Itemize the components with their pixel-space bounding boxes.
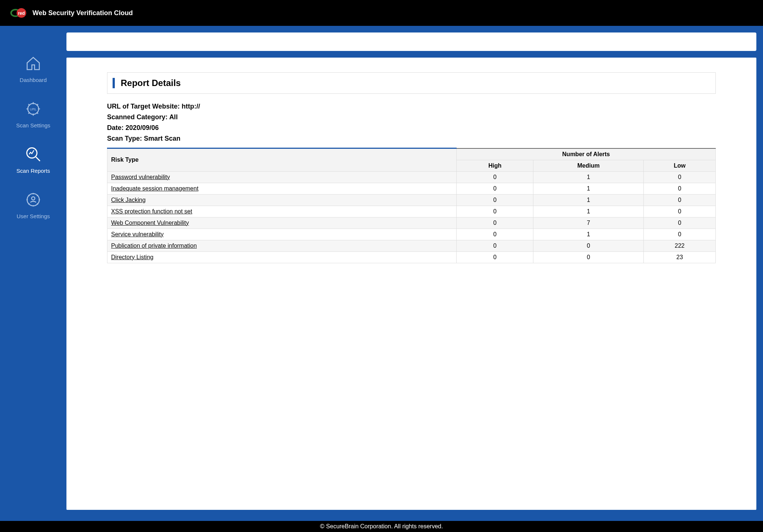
risk-link[interactable]: XSS protection function not set bbox=[107, 206, 457, 217]
logo: red Web Security Verification Cloud bbox=[10, 7, 133, 19]
meta-label: Date: bbox=[107, 124, 126, 131]
breadcrumb-bar bbox=[66, 32, 756, 51]
cell-low: 0 bbox=[644, 229, 716, 240]
risk-link[interactable]: Publication of private information bbox=[107, 240, 457, 251]
table-row: Publication of private information00222 bbox=[107, 240, 716, 251]
cell-low: 0 bbox=[644, 217, 716, 229]
col-risk-type: Risk Type bbox=[107, 148, 457, 172]
cell-medium: 0 bbox=[533, 251, 644, 263]
app-title: Web Security Verification Cloud bbox=[32, 9, 133, 17]
cell-low: 0 bbox=[644, 183, 716, 194]
meta-value: 2020/09/06 bbox=[126, 124, 159, 131]
meta-scan-type: Scan Type: Smart Scan bbox=[107, 135, 716, 143]
svg-text:red: red bbox=[18, 11, 25, 16]
report-title-box: Report Details bbox=[107, 72, 716, 94]
layout: Dashboard URL Scan Settings Scan Repo bbox=[0, 26, 763, 521]
topbar: red Web Security Verification Cloud bbox=[0, 0, 763, 26]
cell-high: 0 bbox=[457, 251, 533, 263]
sidebar-item-scan-settings[interactable]: URL Scan Settings bbox=[0, 101, 66, 128]
cell-high: 0 bbox=[457, 171, 533, 183]
report-table: Risk Type Number of Alerts High Medium L… bbox=[107, 148, 716, 263]
sidebar-item-label: Dashboard bbox=[20, 77, 47, 83]
risk-link[interactable]: Directory Listing bbox=[107, 251, 457, 263]
cell-low: 23 bbox=[644, 251, 716, 263]
risk-link[interactable]: Service vulnerability bbox=[107, 229, 457, 240]
sidebar-item-dashboard[interactable]: Dashboard bbox=[0, 55, 66, 83]
risk-link[interactable]: Inadequate session management bbox=[107, 183, 457, 194]
sidebar: Dashboard URL Scan Settings Scan Repo bbox=[0, 26, 66, 521]
meta-target-url: URL of Target Website: http:// bbox=[107, 103, 716, 110]
cell-high: 0 bbox=[457, 229, 533, 240]
content-area: Report Details URL of Target Website: ht… bbox=[66, 26, 763, 521]
cell-high: 0 bbox=[457, 206, 533, 217]
col-low: Low bbox=[644, 160, 716, 171]
risk-link[interactable]: Web Component Vulnerability bbox=[107, 217, 457, 229]
main-card: Report Details URL of Target Website: ht… bbox=[66, 58, 756, 510]
svg-text:URL: URL bbox=[30, 107, 37, 111]
footer-copyright: © SecureBrain Corporation. All rights re… bbox=[320, 523, 443, 529]
table-row: Password vulnerability010 bbox=[107, 171, 716, 183]
svg-line-6 bbox=[36, 157, 40, 161]
col-high: High bbox=[457, 160, 533, 171]
meta-value: Smart Scan bbox=[144, 135, 181, 142]
logo-mark-icon: red bbox=[10, 7, 27, 19]
cell-medium: 1 bbox=[533, 206, 644, 217]
col-alerts-group: Number of Alerts bbox=[457, 148, 716, 160]
cell-medium: 7 bbox=[533, 217, 644, 229]
risk-link[interactable]: Click Jacking bbox=[107, 194, 457, 206]
table-row: Web Component Vulnerability070 bbox=[107, 217, 716, 229]
table-row: Service vulnerability010 bbox=[107, 229, 716, 240]
sidebar-item-label: Scan Reports bbox=[17, 168, 50, 174]
gear-url-icon: URL bbox=[25, 101, 41, 119]
cell-high: 0 bbox=[457, 217, 533, 229]
cell-medium: 1 bbox=[533, 194, 644, 206]
report-meta: URL of Target Website: http:// Scanned C… bbox=[107, 103, 716, 143]
meta-label: Scan Type: bbox=[107, 135, 144, 142]
sidebar-item-label: Scan Settings bbox=[16, 122, 51, 128]
meta-value: All bbox=[169, 113, 178, 121]
user-gear-icon bbox=[25, 192, 41, 209]
sidebar-item-user-settings[interactable]: User Settings bbox=[0, 192, 66, 219]
cell-medium: 1 bbox=[533, 229, 644, 240]
meta-label: URL of Target Website: bbox=[107, 103, 182, 110]
svg-point-8 bbox=[32, 197, 35, 200]
col-medium: Medium bbox=[533, 160, 644, 171]
cell-high: 0 bbox=[457, 183, 533, 194]
meta-scanned-category: Scanned Category: All bbox=[107, 113, 716, 121]
table-row: Click Jacking010 bbox=[107, 194, 716, 206]
cell-medium: 0 bbox=[533, 240, 644, 251]
cell-low: 0 bbox=[644, 194, 716, 206]
cell-high: 0 bbox=[457, 194, 533, 206]
cell-medium: 1 bbox=[533, 183, 644, 194]
report-title: Report Details bbox=[113, 78, 710, 88]
home-icon bbox=[25, 55, 41, 73]
cell-medium: 1 bbox=[533, 171, 644, 183]
cell-high: 0 bbox=[457, 240, 533, 251]
cell-low: 222 bbox=[644, 240, 716, 251]
table-row: Directory Listing0023 bbox=[107, 251, 716, 263]
sidebar-item-scan-reports[interactable]: Scan Reports bbox=[0, 146, 66, 174]
cell-low: 0 bbox=[644, 171, 716, 183]
table-row: Inadequate session management010 bbox=[107, 183, 716, 194]
cell-low: 0 bbox=[644, 206, 716, 217]
meta-date: Date: 2020/09/06 bbox=[107, 124, 716, 132]
footer: © SecureBrain Corporation. All rights re… bbox=[0, 521, 763, 532]
meta-value: http:// bbox=[182, 103, 200, 110]
sidebar-item-label: User Settings bbox=[17, 213, 50, 219]
magnifier-chart-icon bbox=[25, 146, 41, 164]
table-row: XSS protection function not set010 bbox=[107, 206, 716, 217]
risk-link[interactable]: Password vulnerability bbox=[107, 171, 457, 183]
meta-label: Scanned Category: bbox=[107, 113, 169, 121]
